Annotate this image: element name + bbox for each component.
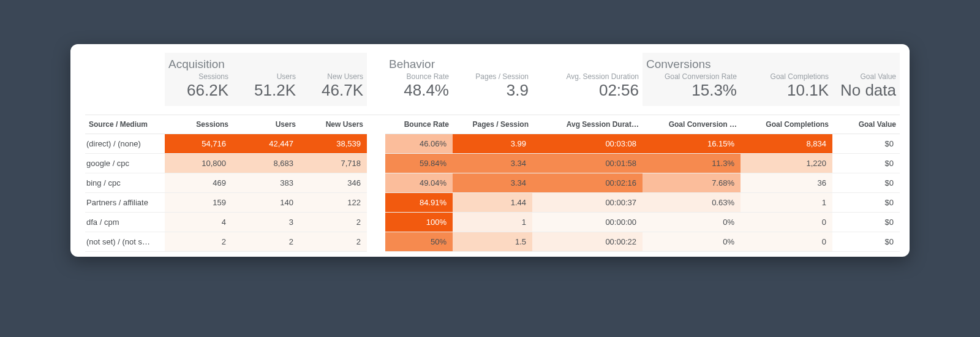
cell-source-medium: (not set) / (not s… bbox=[85, 232, 165, 252]
table-row[interactable]: bing / cpc46938334649.04%3.3400:02:167.6… bbox=[85, 173, 900, 193]
cell-avg_dur: 00:00:37 bbox=[532, 193, 643, 213]
col-bounce[interactable]: Bounce Rate bbox=[385, 115, 453, 134]
summary-gc-label: Goal Completions bbox=[744, 72, 829, 81]
cell-gc: 0 bbox=[741, 213, 832, 232]
cell-gcr: 0% bbox=[643, 232, 741, 252]
summary-sessions-value: 66.2K bbox=[168, 81, 228, 100]
cell-sessions: 54,716 bbox=[165, 134, 232, 154]
cell-new_users: 38,539 bbox=[300, 134, 367, 154]
summary-pps-label: Pages / Session bbox=[456, 72, 529, 81]
col-users[interactable]: Users bbox=[232, 115, 300, 134]
group-behavior: Behavior bbox=[385, 53, 643, 75]
cell-sessions: 4 bbox=[165, 213, 232, 232]
summary-bounce: Bounce Rate 48.4% bbox=[385, 72, 453, 106]
cell-bounce: 50% bbox=[385, 232, 453, 252]
cell-users: 2 bbox=[232, 232, 300, 252]
cell-gap bbox=[367, 154, 385, 173]
cell-users: 42,447 bbox=[232, 134, 300, 154]
cell-new_users: 7,718 bbox=[300, 154, 367, 173]
summary-pps-value: 3.9 bbox=[456, 81, 529, 100]
cell-bounce: 59.84% bbox=[385, 154, 453, 173]
cell-gcr: 0.63% bbox=[643, 193, 741, 213]
group-header-row: Acquisition Behavior Conversions bbox=[85, 53, 895, 75]
group-acquisition: Acquisition bbox=[165, 53, 367, 75]
col-pps[interactable]: Pages / Session bbox=[453, 115, 532, 134]
table-row[interactable]: Partners / affiliate15914012284.91%1.440… bbox=[85, 193, 900, 213]
col-gcr[interactable]: Goal Conversion … bbox=[643, 115, 741, 134]
cell-pps: 3.34 bbox=[453, 173, 532, 193]
cell-source-medium: (direct) / (none) bbox=[85, 134, 165, 154]
cell-new_users: 2 bbox=[300, 213, 367, 232]
col-sessions[interactable]: Sessions bbox=[165, 115, 232, 134]
cell-bounce: 49.04% bbox=[385, 173, 453, 193]
col-dim[interactable]: Source / Medium bbox=[85, 115, 165, 134]
summary-gcr: Goal Conversion Rate 15.3% bbox=[643, 72, 741, 106]
summary-gc-value: 10.1K bbox=[744, 81, 829, 100]
cell-source-medium: dfa / cpm bbox=[85, 213, 165, 232]
summary-sessions-label: Sessions bbox=[168, 72, 228, 81]
cell-avg_dur: 00:00:22 bbox=[532, 232, 643, 252]
cell-new_users: 2 bbox=[300, 232, 367, 252]
cell-gc: 1 bbox=[741, 193, 832, 213]
cell-gap bbox=[367, 193, 385, 213]
cell-gap bbox=[367, 232, 385, 252]
cell-gap bbox=[367, 173, 385, 193]
summary-avg-duration-label: Avg. Session Duration bbox=[536, 72, 639, 81]
cell-sessions: 10,800 bbox=[165, 154, 232, 173]
summary-avg-duration: Avg. Session Duration 02:56 bbox=[532, 72, 643, 106]
summary-pps: Pages / Session 3.9 bbox=[453, 72, 532, 106]
summary-new-users: New Users 46.7K bbox=[300, 72, 367, 106]
table-header-row: Source / Medium Sessions Users New Users… bbox=[85, 115, 900, 134]
cell-users: 8,683 bbox=[232, 154, 300, 173]
cell-avg_dur: 00:02:16 bbox=[532, 173, 643, 193]
summary-gc: Goal Completions 10.1K bbox=[741, 72, 832, 106]
summary-new-users-label: New Users bbox=[303, 72, 363, 81]
cell-sessions: 159 bbox=[165, 193, 232, 213]
cell-avg_dur: 00:03:08 bbox=[532, 134, 643, 154]
cell-source-medium: bing / cpc bbox=[85, 173, 165, 193]
cell-pps: 3.99 bbox=[453, 134, 532, 154]
cell-gcr: 16.15% bbox=[643, 134, 741, 154]
col-gc[interactable]: Goal Completions bbox=[741, 115, 832, 134]
summary-gcr-value: 15.3% bbox=[646, 81, 737, 100]
summary-bounce-value: 48.4% bbox=[389, 81, 449, 100]
summary-bounce-label: Bounce Rate bbox=[389, 72, 449, 81]
cell-new_users: 346 bbox=[300, 173, 367, 193]
col-gv[interactable]: Goal Value bbox=[832, 115, 900, 134]
cell-sessions: 469 bbox=[165, 173, 232, 193]
cell-gcr: 7.68% bbox=[643, 173, 741, 193]
cell-pps: 3.34 bbox=[453, 154, 532, 173]
col-new-users[interactable]: New Users bbox=[300, 115, 367, 134]
col-avg-dur[interactable]: Avg Session Durat… bbox=[532, 115, 643, 134]
table-row[interactable]: (direct) / (none)54,71642,44738,53946.06… bbox=[85, 134, 900, 154]
cell-avg_dur: 00:01:58 bbox=[532, 154, 643, 173]
cell-source-medium: google / cpc bbox=[85, 154, 165, 173]
cell-gc: 1,220 bbox=[741, 154, 832, 173]
cell-gv: $0 bbox=[832, 213, 900, 232]
cell-gcr: 11.3% bbox=[643, 154, 741, 173]
cell-source-medium: Partners / affiliate bbox=[85, 193, 165, 213]
summary-new-users-value: 46.7K bbox=[303, 81, 363, 100]
cell-new_users: 122 bbox=[300, 193, 367, 213]
cell-gv: $0 bbox=[832, 173, 900, 193]
cell-users: 383 bbox=[232, 173, 300, 193]
cell-pps: 1 bbox=[453, 213, 532, 232]
cell-users: 3 bbox=[232, 213, 300, 232]
cell-pps: 1.5 bbox=[453, 232, 532, 252]
summary-gv-label: Goal Value bbox=[836, 72, 896, 81]
summary-gv-value: No data bbox=[836, 81, 896, 100]
summary-users-value: 51.2K bbox=[236, 81, 296, 100]
summary-metrics-row: Sessions 66.2K Users 51.2K New Users 46.… bbox=[85, 72, 895, 106]
cell-avg_dur: 00:00:00 bbox=[532, 213, 643, 232]
table-row[interactable]: (not set) / (not s…22250%1.500:00:220%0$… bbox=[85, 232, 900, 252]
data-table: Source / Medium Sessions Users New Users… bbox=[85, 115, 900, 252]
cell-pps: 1.44 bbox=[453, 193, 532, 213]
analytics-card: Acquisition Behavior Conversions Session… bbox=[70, 44, 910, 257]
summary-gcr-label: Goal Conversion Rate bbox=[646, 72, 737, 81]
summary-users-label: Users bbox=[236, 72, 296, 81]
group-conversions: Conversions bbox=[643, 53, 900, 75]
cell-gcr: 0% bbox=[643, 213, 741, 232]
cell-sessions: 2 bbox=[165, 232, 232, 252]
table-row[interactable]: dfa / cpm432100%100:00:000%0$0 bbox=[85, 213, 900, 232]
table-row[interactable]: google / cpc10,8008,6837,71859.84%3.3400… bbox=[85, 154, 900, 173]
